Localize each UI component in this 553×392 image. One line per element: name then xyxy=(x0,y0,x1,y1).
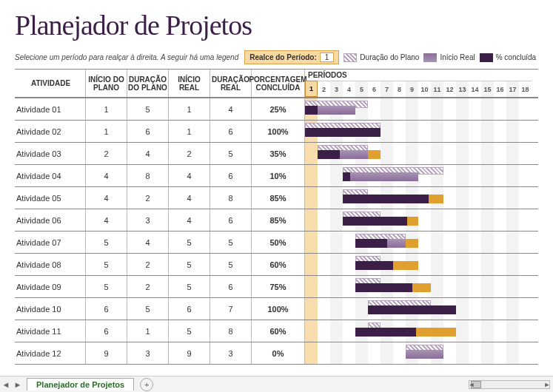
pct-cell[interactable]: 35% xyxy=(252,143,305,164)
plan-dur-cell[interactable]: 8 xyxy=(127,165,169,186)
add-sheet-button[interactable]: + xyxy=(140,378,153,391)
gantt-cell xyxy=(305,187,532,209)
real-dur-cell[interactable]: 3 xyxy=(210,342,252,364)
plan-start-cell[interactable]: 4 xyxy=(86,165,127,186)
real-start-cell[interactable]: 5 xyxy=(169,232,210,253)
plan-start-cell[interactable]: 2 xyxy=(86,143,127,164)
pct-cell[interactable]: 0% xyxy=(252,342,305,364)
scroll-right-icon[interactable]: ► xyxy=(543,381,551,388)
plan-dur-cell[interactable]: 6 xyxy=(127,121,169,142)
plan-start-cell[interactable]: 1 xyxy=(86,121,127,142)
plan-start-cell[interactable]: 4 xyxy=(86,209,127,231)
plan-start-cell[interactable]: 1 xyxy=(86,98,127,120)
real-start-cell[interactable]: 4 xyxy=(169,165,210,186)
plan-start-cell[interactable]: 6 xyxy=(86,298,127,320)
period-13: 13 xyxy=(456,81,469,97)
horizontal-scrollbar[interactable]: ◄ ► xyxy=(469,380,550,389)
pct-cell[interactable]: 25% xyxy=(252,98,305,120)
real-start-cell[interactable]: 9 xyxy=(169,342,210,364)
highlight-period-control[interactable]: Realce do Período: 1 xyxy=(244,50,339,64)
real-dur-cell[interactable]: 7 xyxy=(210,298,252,320)
pct-cell[interactable]: 85% xyxy=(252,209,305,231)
real-dur-cell[interactable]: 6 xyxy=(210,276,252,297)
activity-name[interactable]: Atividade 12 xyxy=(15,342,86,364)
tab-nav-prev-icon[interactable]: ◄ xyxy=(0,380,12,389)
activity-name[interactable]: Atividade 03 xyxy=(15,143,86,164)
pct-cell[interactable]: 10% xyxy=(252,165,305,186)
scroll-left-icon[interactable]: ◄ xyxy=(468,381,475,388)
plan-dur-cell[interactable]: 1 xyxy=(127,320,169,342)
real-dur-cell[interactable]: 6 xyxy=(210,121,252,142)
plan-dur-cell[interactable]: 2 xyxy=(127,187,169,209)
plan-start-cell[interactable]: 5 xyxy=(86,232,127,253)
pct-cell[interactable]: 60% xyxy=(252,254,305,275)
plan-dur-cell[interactable]: 5 xyxy=(127,298,169,320)
gantt-cell xyxy=(305,342,532,364)
real-dur-cell[interactable]: 6 xyxy=(210,165,252,186)
real-start-cell[interactable]: 1 xyxy=(169,98,210,120)
real-start-cell[interactable]: 6 xyxy=(169,298,210,320)
page-title: Planejador de Projetos xyxy=(15,9,538,41)
real-start-cell[interactable]: 5 xyxy=(169,320,210,342)
real-start-cell[interactable]: 5 xyxy=(169,276,210,297)
plan-dur-cell[interactable]: 2 xyxy=(127,254,169,275)
plan-start-cell[interactable]: 5 xyxy=(86,276,127,297)
real-bar xyxy=(406,350,443,359)
real-dur-cell[interactable]: 8 xyxy=(210,320,252,342)
real-dur-cell[interactable]: 5 xyxy=(210,143,252,164)
activity-name[interactable]: Atividade 08 xyxy=(15,254,86,275)
table-row: Atividade 06434685% xyxy=(15,209,538,232)
period-14: 14 xyxy=(469,81,481,97)
plan-dur-cell[interactable]: 2 xyxy=(127,276,169,297)
activity-name[interactable]: Atividade 11 xyxy=(15,320,86,342)
plan-start-cell[interactable]: 5 xyxy=(86,254,127,275)
swatch-plan-icon xyxy=(343,53,357,62)
col-plan-dur: DURAÇÃO DO PLANO xyxy=(127,70,169,97)
highlight-value[interactable]: 1 xyxy=(320,53,335,62)
pct-bar xyxy=(355,328,416,337)
plan-start-cell[interactable]: 9 xyxy=(86,342,127,364)
pct-cell[interactable]: 60% xyxy=(252,320,305,342)
plan-dur-cell[interactable]: 3 xyxy=(127,342,169,364)
plan-dur-cell[interactable]: 5 xyxy=(127,98,169,120)
period-17: 17 xyxy=(506,81,519,97)
activity-name[interactable]: Atividade 10 xyxy=(15,298,86,320)
activity-name[interactable]: Atividade 06 xyxy=(15,209,86,231)
pct-cell[interactable]: 50% xyxy=(252,232,305,253)
pct-bar xyxy=(355,283,412,292)
plus-icon: + xyxy=(144,380,149,389)
real-dur-cell[interactable]: 6 xyxy=(210,209,252,231)
real-start-cell[interactable]: 5 xyxy=(169,254,210,275)
table-row: Atividade 08525560% xyxy=(15,254,538,276)
plan-dur-cell[interactable]: 4 xyxy=(127,232,169,253)
pct-cell[interactable]: 75% xyxy=(252,276,305,297)
sheet-tab[interactable]: Planejador de Projetos xyxy=(27,378,134,391)
swatch-real-icon xyxy=(423,53,437,62)
real-dur-cell[interactable]: 5 xyxy=(210,254,252,275)
pct-bar xyxy=(355,239,387,248)
period-16: 16 xyxy=(494,81,506,97)
plan-start-cell[interactable]: 4 xyxy=(86,187,127,209)
activity-name[interactable]: Atividade 09 xyxy=(15,276,86,297)
activity-name[interactable]: Atividade 04 xyxy=(15,165,86,186)
real-dur-cell[interactable]: 8 xyxy=(210,187,252,209)
real-start-cell[interactable]: 4 xyxy=(169,187,210,209)
table-row: Atividade 11615860% xyxy=(15,320,538,342)
pct-cell[interactable]: 100% xyxy=(252,298,305,320)
real-start-cell[interactable]: 4 xyxy=(169,209,210,231)
pct-cell[interactable]: 100% xyxy=(252,121,305,142)
plan-dur-cell[interactable]: 3 xyxy=(127,209,169,231)
real-start-cell[interactable]: 2 xyxy=(169,143,210,164)
plan-start-cell[interactable]: 6 xyxy=(86,320,127,342)
plan-dur-cell[interactable]: 4 xyxy=(127,143,169,164)
activity-name[interactable]: Atividade 05 xyxy=(15,187,86,209)
activity-name[interactable]: Atividade 02 xyxy=(15,121,86,142)
real-start-cell[interactable]: 1 xyxy=(169,121,210,142)
real-dur-cell[interactable]: 4 xyxy=(210,98,252,120)
pct-cell[interactable]: 85% xyxy=(252,187,305,209)
real-dur-cell[interactable]: 5 xyxy=(210,232,252,253)
period-4: 4 xyxy=(343,81,355,97)
tab-nav-next-icon[interactable]: ► xyxy=(12,380,24,389)
activity-name[interactable]: Atividade 01 xyxy=(15,98,86,120)
activity-name[interactable]: Atividade 07 xyxy=(15,232,86,253)
